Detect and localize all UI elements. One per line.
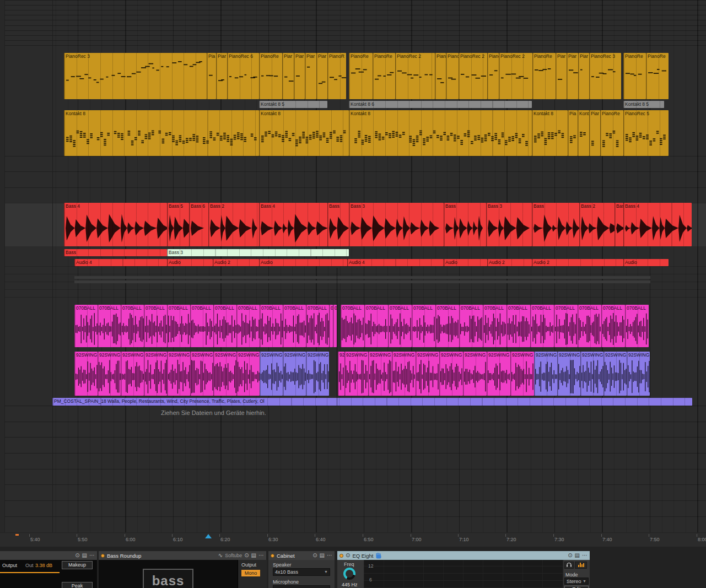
spectrum-toggle[interactable] (575, 562, 587, 569)
peak-button[interactable]: Peak (62, 582, 93, 588)
clip-perc-92swing[interactable]: 92SWING (190, 352, 213, 396)
clip-perc-070ball[interactable]: 070BALL (412, 305, 435, 347)
clip-piano[interactable]: Piar (567, 53, 578, 99)
clip-perc-070ball[interactable]: 070BALL (260, 305, 283, 347)
clip-piano[interactable]: PianoRec 3 (589, 53, 621, 99)
clip-kontakt[interactable]: Piar (589, 110, 600, 156)
audition-button[interactable] (564, 562, 574, 569)
clip-bass[interactable]: Bass 3 (349, 203, 444, 246)
clip-perc-070ball[interactable]: 0 (329, 305, 333, 347)
clip-piano[interactable]: PianoRec 2 (395, 53, 435, 99)
clip-piano[interactable]: Pianc (487, 53, 499, 99)
clip-piano[interactable]: PianoRe (349, 53, 373, 99)
clip-bass-takes[interactable]: Bass 3 (167, 249, 349, 256)
playhead-triangle[interactable] (205, 534, 212, 538)
clip-perc-070ball[interactable]: 070BALL (190, 305, 213, 347)
clip-audio[interactable]: Audio 2 (532, 259, 623, 266)
clip-kontakt-takes[interactable]: Kontakt 8 5 (623, 101, 664, 108)
clip-piano[interactable]: PianoRec 2 (499, 53, 532, 99)
clip-piano[interactable]: PianoRe (532, 53, 556, 99)
clip-atmos[interactable]: PM_COSTAL_SPAIN_18 Walla, People, Restau… (52, 398, 692, 406)
clip-bass[interactable]: Bass 2 (208, 203, 259, 246)
clip-kontakt-takes[interactable]: Kontakt 8 5 (259, 101, 327, 108)
mono-toggle[interactable]: Mono (241, 570, 260, 576)
clip-piano[interactable]: PianoRe (446, 53, 459, 99)
clip-bass[interactable]: Bass (532, 203, 579, 246)
clip-audio[interactable]: Audio (444, 259, 487, 266)
save-preset-icon[interactable]: ▤ (575, 552, 580, 559)
clip-perc-92swing[interactable]: 92SWING (557, 352, 580, 396)
more-options-icon[interactable]: ⋯ (89, 552, 95, 559)
clip-perc-92swing[interactable]: 92SWING (463, 352, 487, 396)
clip-perc-070ball[interactable]: 070BALL (121, 305, 144, 347)
speaker-select[interactable]: 4x10 Bass ▼ (273, 568, 330, 576)
edit-button[interactable]: Edit (564, 586, 589, 588)
clip-audio[interactable]: Audio 4 (347, 259, 444, 266)
clip-perc-070ball[interactable]: 070BALL (530, 305, 554, 347)
clip-kontakt[interactable]: PianoRec 5 (623, 110, 669, 156)
freq-knob[interactable] (343, 568, 355, 580)
clip-perc-070ball[interactable]: 070BALL (506, 305, 530, 347)
clip-bass-takes[interactable]: Bass (64, 249, 167, 256)
clip-bass[interactable]: Bass 2 (579, 203, 615, 246)
clip-piano[interactable]: PianoRe (259, 53, 282, 99)
clip-perc-070ball[interactable]: 070BALL (74, 305, 98, 347)
clip-perc-070ball[interactable]: 070BALL (435, 305, 459, 347)
save-preset-icon[interactable]: ▤ (82, 552, 87, 559)
clip-kontakt[interactable]: Kont (578, 110, 589, 156)
clip-bass[interactable]: Bass 6 (189, 203, 208, 246)
clip-perc-070ball[interactable]: 070BALL (167, 305, 190, 347)
clip-bass[interactable]: Bass 4 (259, 203, 327, 246)
clip-kontakt[interactable]: Kontakt 8 (259, 110, 349, 156)
output-gain-value[interactable]: 3.38 dB (35, 563, 52, 568)
save-preset-icon[interactable]: ▤ (251, 552, 256, 559)
device-on-led[interactable] (271, 554, 274, 558)
clip-perc-070ball[interactable]: 070BALL (144, 305, 167, 347)
clip-perc-92swing[interactable]: 92SWING (283, 352, 306, 396)
clip-perc-070ball[interactable]: 070BALL (341, 305, 364, 347)
clip-perc-92swing[interactable]: 92SWING (487, 352, 510, 396)
clip-piano[interactable]: Piar (316, 53, 327, 99)
clip-piano[interactable]: PianoR (327, 53, 346, 99)
clip-perc-92swing[interactable]: 92S (338, 352, 344, 396)
clip-piano[interactable]: Piar (578, 53, 589, 99)
clip-piano[interactable]: Pian (435, 53, 446, 99)
clip-piano[interactable]: PianoRe (623, 53, 646, 99)
arrangement-view[interactable]: PianoRec 3PiaPiarPianoRec 6PianoRePiarPi… (0, 0, 706, 547)
clip-piano[interactable]: Piar (294, 53, 305, 99)
clip-bass[interactable]: Bass (444, 203, 486, 246)
clip-audio[interactable]: Audio (259, 259, 347, 266)
clip-perc-070ball[interactable]: 070BALL (388, 305, 412, 347)
clip-perc-92swing[interactable]: 92SWING (236, 352, 260, 396)
clip-perc-070ball[interactable]: 070BALL (625, 305, 649, 347)
clip-perc-070ball[interactable]: 070BALL (601, 305, 625, 347)
more-options-icon[interactable]: ⋯ (327, 552, 332, 559)
clip-piano[interactable]: PianoRe (646, 53, 669, 99)
clip-perc-92swing[interactable]: 92SWING (306, 352, 329, 396)
hot-swap-icon[interactable]: ⊙ (312, 552, 317, 559)
more-options-icon[interactable]: ⋯ (582, 552, 588, 559)
clip-perc-92swing[interactable]: 92SWING (74, 352, 98, 396)
clip-bass[interactable]: Bass (615, 203, 623, 246)
clip-perc-92swing[interactable]: 92SWING (213, 352, 236, 396)
clip-piano[interactable]: PianoRec 2 (459, 53, 487, 99)
clip-perc-92swing[interactable]: 92SWING (368, 352, 392, 396)
clip-kontakt[interactable]: PianoRe (600, 110, 623, 156)
clip-perc-070ball[interactable]: 070BALL (213, 305, 236, 347)
clip-perc-92swing[interactable]: 92SWING (510, 352, 534, 396)
clip-perc-92swing[interactable]: 92SWING (416, 352, 439, 396)
clip-piano[interactable]: Piar (216, 53, 227, 99)
clip-perc-92swing[interactable]: 92SWING (627, 352, 650, 396)
clip-perc-92swing[interactable]: 92SWING (144, 352, 167, 396)
clip-perc-92swing[interactable]: 92SWING (344, 352, 368, 396)
more-options-icon[interactable]: ⋯ (258, 552, 264, 559)
clip-audio[interactable]: Audio 4 (74, 259, 167, 266)
time-ruler[interactable]: 5:405:506:006:106:206:306:406:507:007:10… (0, 532, 706, 547)
clip-bass[interactable]: Bass 4 (623, 203, 692, 246)
clip-audio[interactable]: Audio 2 (487, 259, 532, 266)
clip-perc-92swing[interactable]: 92SWING (439, 352, 463, 396)
microphone-select[interactable] (273, 585, 330, 588)
clip-perc-070ball[interactable]: 070BALL (554, 305, 578, 347)
clip-perc-070ball[interactable]: 070BALL (306, 305, 329, 347)
clip-kontakt[interactable]: Kontakt 8 (349, 110, 532, 156)
